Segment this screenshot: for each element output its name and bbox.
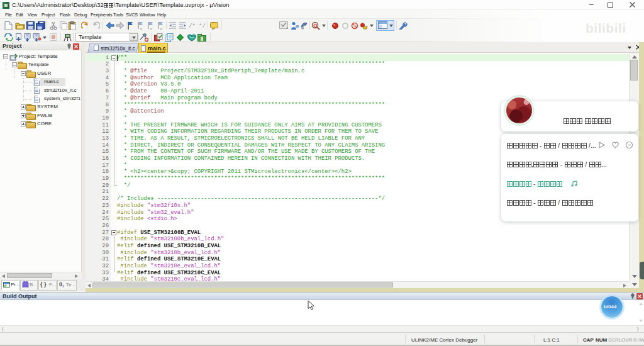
svg-text:*/: */ [199,23,206,29]
svg-text:Q: Q [313,23,317,28]
svg-text:/*: /* [189,23,196,29]
